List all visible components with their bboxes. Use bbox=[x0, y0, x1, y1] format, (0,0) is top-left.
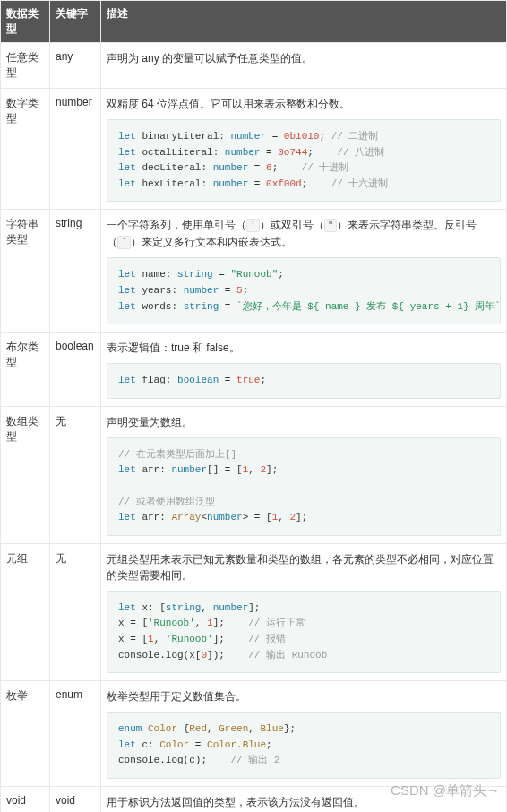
row-any: 任意类型 any 声明为 any 的变量可以赋予任意类型的值。 bbox=[1, 43, 507, 89]
cell-type: 枚举 bbox=[1, 681, 50, 787]
row-array: 数组类型 无 声明变量为数组。 // 在元素类型后面加上[] let arr: … bbox=[1, 406, 507, 543]
cell-keyword: any bbox=[50, 43, 101, 89]
cell-type: 字符串类型 bbox=[1, 210, 50, 333]
table-header-row: 数据类型 关键字 描述 bbox=[1, 1, 507, 43]
desc-text: 表示逻辑值：true 和 false。 bbox=[107, 340, 501, 356]
desc-text: 声明为 any 的变量可以赋予任意类型的值。 bbox=[107, 50, 501, 66]
code-block: let name: string = "Runoob"; let years: … bbox=[107, 257, 501, 324]
cell-keyword: string bbox=[50, 210, 101, 333]
cell-type: 任意类型 bbox=[1, 43, 50, 89]
cell-type: void bbox=[1, 786, 50, 812]
types-table: 数据类型 关键字 描述 任意类型 any 声明为 any 的变量可以赋予任意类型… bbox=[0, 0, 507, 812]
cell-keyword: 无 bbox=[50, 543, 101, 680]
cell-type: 数组类型 bbox=[1, 406, 50, 543]
cell-desc: 用于标识方法返回值的类型，表示该方法没有返回值。 function hello(… bbox=[101, 786, 507, 812]
code-block: let binaryLiteral: number = 0b1010; // 二… bbox=[107, 119, 501, 202]
quote-double: " bbox=[324, 219, 338, 232]
header-type: 数据类型 bbox=[1, 1, 50, 43]
desc-text: 用于标识方法返回值的类型，表示该方法没有返回值。 bbox=[107, 794, 501, 810]
cell-keyword: enum bbox=[50, 681, 101, 787]
cell-desc: 表示逻辑值：true 和 false。 let flag: boolean = … bbox=[101, 333, 507, 407]
quote-backtick: ` bbox=[117, 236, 131, 249]
desc-text: 枚举类型用于定义数值集合。 bbox=[107, 688, 501, 704]
desc-text: 一个字符系列，使用单引号（'）或双引号（"）来表示字符串类型。反引号（`）来定义… bbox=[107, 217, 501, 250]
code-block: let x: [string, number]; x = ['Runoob', … bbox=[107, 591, 501, 673]
desc-text: 元组类型用来表示已知元素数量和类型的数组，各元素的类型不必相同，对应位置的类型需… bbox=[107, 551, 501, 583]
cell-desc: 元组类型用来表示已知元素数量和类型的数组，各元素的类型不必相同，对应位置的类型需… bbox=[101, 543, 507, 680]
row-void: void void 用于标识方法返回值的类型，表示该方法没有返回值。 funct… bbox=[1, 786, 507, 812]
cell-desc: 双精度 64 位浮点值。它可以用来表示整数和分数。 let binaryLite… bbox=[101, 89, 507, 210]
cell-type: 布尔类型 bbox=[1, 333, 50, 407]
header-desc: 描述 bbox=[101, 1, 507, 43]
cell-type: 数字类型 bbox=[1, 89, 50, 210]
row-string: 字符串类型 string 一个字符系列，使用单引号（'）或双引号（"）来表示字符… bbox=[1, 210, 507, 333]
desc-text: 双精度 64 位浮点值。它可以用来表示整数和分数。 bbox=[107, 96, 501, 112]
header-keyword: 关键字 bbox=[50, 1, 101, 43]
cell-keyword: void bbox=[50, 786, 101, 812]
cell-type: 元组 bbox=[1, 543, 50, 680]
code-block: let flag: boolean = true; bbox=[107, 363, 501, 399]
cell-keyword: 无 bbox=[50, 406, 101, 543]
desc-text: 声明变量为数组。 bbox=[107, 414, 501, 430]
cell-desc: 声明变量为数组。 // 在元素类型后面加上[] let arr: number[… bbox=[101, 406, 507, 543]
row-enum: 枚举 enum 枚举类型用于定义数值集合。 enum Color {Red, G… bbox=[1, 681, 507, 787]
row-number: 数字类型 number 双精度 64 位浮点值。它可以用来表示整数和分数。 le… bbox=[1, 89, 507, 210]
cell-desc: 声明为 any 的变量可以赋予任意类型的值。 bbox=[101, 43, 507, 89]
cell-keyword: number bbox=[50, 89, 101, 210]
cell-desc: 枚举类型用于定义数值集合。 enum Color {Red, Green, Bl… bbox=[101, 681, 507, 787]
code-block: // 在元素类型后面加上[] let arr: number[] = [1, 2… bbox=[107, 437, 501, 536]
quote-single: ' bbox=[246, 219, 260, 232]
row-boolean: 布尔类型 boolean 表示逻辑值：true 和 false。 let fla… bbox=[1, 333, 507, 407]
code-block: enum Color {Red, Green, Blue}; let c: Co… bbox=[107, 712, 501, 779]
row-tuple: 元组 无 元组类型用来表示已知元素数量和类型的数组，各元素的类型不必相同，对应位… bbox=[1, 543, 507, 680]
cell-desc: 一个字符系列，使用单引号（'）或双引号（"）来表示字符串类型。反引号（`）来定义… bbox=[101, 210, 507, 333]
cell-keyword: boolean bbox=[50, 333, 101, 407]
